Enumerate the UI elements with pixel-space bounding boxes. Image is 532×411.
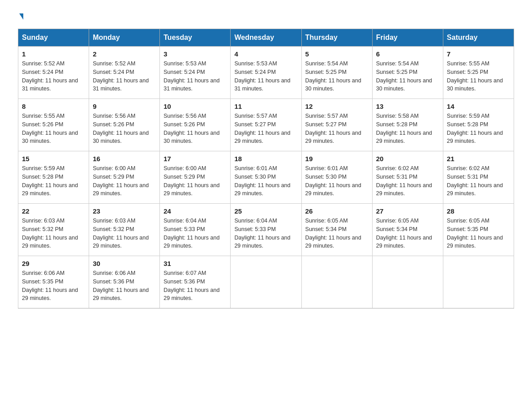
day-info: Sunrise: 6:05 AM Sunset: 5:34 PM Dayligh…: [376, 217, 439, 250]
calendar-cell: [231, 256, 301, 308]
logo: [18, 13, 23, 20]
calendar-cell: 23 Sunrise: 6:03 AM Sunset: 5:32 PM Dayl…: [89, 204, 160, 256]
calendar-cell: 14 Sunrise: 5:59 AM Sunset: 5:28 PM Dayl…: [443, 99, 514, 151]
calendar-week-3: 15 Sunrise: 5:59 AM Sunset: 5:28 PM Dayl…: [18, 151, 514, 204]
calendar-header-row: SundayMondayTuesdayWednesdayThursdayFrid…: [18, 29, 514, 47]
calendar-week-4: 22 Sunrise: 6:03 AM Sunset: 5:32 PM Dayl…: [18, 204, 514, 256]
day-number: 30: [93, 260, 156, 267]
calendar-cell: 15 Sunrise: 5:59 AM Sunset: 5:28 PM Dayl…: [18, 151, 89, 204]
calendar-cell: 30 Sunrise: 6:06 AM Sunset: 5:36 PM Dayl…: [89, 256, 160, 308]
day-info: Sunrise: 5:59 AM Sunset: 5:28 PM Dayligh…: [447, 112, 510, 146]
day-number: 28: [447, 207, 510, 215]
day-number: 2: [93, 50, 156, 58]
day-info: Sunrise: 6:01 AM Sunset: 5:30 PM Dayligh…: [305, 164, 369, 198]
day-info: Sunrise: 6:04 AM Sunset: 5:33 PM Dayligh…: [163, 217, 227, 250]
calendar-cell: 7 Sunrise: 5:55 AM Sunset: 5:25 PM Dayli…: [443, 47, 514, 99]
day-info: Sunrise: 5:58 AM Sunset: 5:28 PM Dayligh…: [376, 112, 439, 146]
calendar-cell: [301, 256, 372, 308]
calendar-cell: 20 Sunrise: 6:02 AM Sunset: 5:31 PM Dayl…: [372, 151, 443, 204]
calendar-week-1: 1 Sunrise: 5:52 AM Sunset: 5:24 PM Dayli…: [18, 47, 514, 99]
day-number: 31: [163, 260, 227, 267]
day-number: 22: [22, 207, 85, 215]
day-number: 9: [93, 103, 156, 110]
day-info: Sunrise: 5:54 AM Sunset: 5:25 PM Dayligh…: [376, 60, 439, 93]
day-number: 5: [305, 50, 369, 58]
day-info: Sunrise: 6:07 AM Sunset: 5:36 PM Dayligh…: [163, 269, 227, 303]
day-number: 1: [22, 50, 85, 58]
day-number: 21: [447, 155, 510, 163]
day-number: 13: [376, 103, 439, 110]
calendar-cell: 8 Sunrise: 5:55 AM Sunset: 5:26 PM Dayli…: [18, 99, 89, 151]
weekday-header-tuesday: Tuesday: [160, 29, 231, 47]
weekday-header-sunday: Sunday: [18, 29, 89, 47]
day-info: Sunrise: 5:55 AM Sunset: 5:26 PM Dayligh…: [22, 112, 85, 146]
day-number: 18: [234, 155, 297, 163]
day-number: 16: [93, 155, 156, 163]
day-info: Sunrise: 6:05 AM Sunset: 5:35 PM Dayligh…: [447, 217, 510, 250]
day-number: 15: [22, 155, 85, 163]
calendar-week-5: 29 Sunrise: 6:06 AM Sunset: 5:35 PM Dayl…: [18, 256, 514, 308]
calendar-cell: 12 Sunrise: 5:57 AM Sunset: 5:27 PM Dayl…: [301, 99, 372, 151]
day-number: 17: [163, 155, 227, 163]
day-number: 8: [22, 103, 85, 110]
day-number: 26: [305, 207, 369, 215]
calendar-cell: 13 Sunrise: 5:58 AM Sunset: 5:28 PM Dayl…: [372, 99, 443, 151]
day-info: Sunrise: 6:00 AM Sunset: 5:29 PM Dayligh…: [163, 164, 227, 198]
weekday-header-friday: Friday: [372, 29, 443, 47]
calendar-cell: 17 Sunrise: 6:00 AM Sunset: 5:29 PM Dayl…: [160, 151, 231, 204]
day-number: 23: [93, 207, 156, 215]
day-number: 4: [234, 50, 297, 58]
calendar-cell: 5 Sunrise: 5:54 AM Sunset: 5:25 PM Dayli…: [301, 47, 372, 99]
page-header: [18, 13, 514, 20]
weekday-header-saturday: Saturday: [443, 29, 514, 47]
day-info: Sunrise: 5:57 AM Sunset: 5:27 PM Dayligh…: [234, 112, 297, 146]
day-number: 7: [447, 50, 510, 58]
day-info: Sunrise: 6:03 AM Sunset: 5:32 PM Dayligh…: [22, 217, 85, 250]
day-info: Sunrise: 6:01 AM Sunset: 5:30 PM Dayligh…: [234, 164, 297, 198]
day-info: Sunrise: 6:05 AM Sunset: 5:34 PM Dayligh…: [305, 217, 369, 250]
weekday-header-thursday: Thursday: [301, 29, 372, 47]
day-number: 19: [305, 155, 369, 163]
day-info: Sunrise: 6:00 AM Sunset: 5:29 PM Dayligh…: [93, 164, 156, 198]
calendar-cell: 28 Sunrise: 6:05 AM Sunset: 5:35 PM Dayl…: [443, 204, 514, 256]
day-number: 27: [376, 207, 439, 215]
calendar-cell: 24 Sunrise: 6:04 AM Sunset: 5:33 PM Dayl…: [160, 204, 231, 256]
day-number: 24: [163, 207, 227, 215]
calendar-cell: 21 Sunrise: 6:02 AM Sunset: 5:31 PM Dayl…: [443, 151, 514, 204]
weekday-header-wednesday: Wednesday: [231, 29, 301, 47]
calendar-cell: 31 Sunrise: 6:07 AM Sunset: 5:36 PM Dayl…: [160, 256, 231, 308]
calendar-cell: 1 Sunrise: 5:52 AM Sunset: 5:24 PM Dayli…: [18, 47, 89, 99]
calendar-cell: 27 Sunrise: 6:05 AM Sunset: 5:34 PM Dayl…: [372, 204, 443, 256]
calendar-cell: 10 Sunrise: 5:56 AM Sunset: 5:26 PM Dayl…: [160, 99, 231, 151]
day-info: Sunrise: 5:56 AM Sunset: 5:26 PM Dayligh…: [93, 112, 156, 146]
calendar-cell: 18 Sunrise: 6:01 AM Sunset: 5:30 PM Dayl…: [231, 151, 301, 204]
day-number: 11: [234, 103, 297, 110]
calendar-cell: 6 Sunrise: 5:54 AM Sunset: 5:25 PM Dayli…: [372, 47, 443, 99]
day-number: 10: [163, 103, 227, 110]
day-number: 29: [22, 260, 85, 267]
calendar-cell: 9 Sunrise: 5:56 AM Sunset: 5:26 PM Dayli…: [89, 99, 160, 151]
day-info: Sunrise: 5:57 AM Sunset: 5:27 PM Dayligh…: [305, 112, 369, 146]
calendar-cell: 19 Sunrise: 6:01 AM Sunset: 5:30 PM Dayl…: [301, 151, 372, 204]
calendar-cell: 2 Sunrise: 5:52 AM Sunset: 5:24 PM Dayli…: [89, 47, 160, 99]
day-info: Sunrise: 5:52 AM Sunset: 5:24 PM Dayligh…: [93, 60, 156, 93]
day-number: 12: [305, 103, 369, 110]
day-info: Sunrise: 6:06 AM Sunset: 5:35 PM Dayligh…: [22, 269, 85, 303]
day-info: Sunrise: 6:03 AM Sunset: 5:32 PM Dayligh…: [93, 217, 156, 250]
weekday-header-monday: Monday: [89, 29, 160, 47]
calendar-cell: [443, 256, 514, 308]
calendar-cell: 4 Sunrise: 5:53 AM Sunset: 5:24 PM Dayli…: [231, 47, 301, 99]
day-info: Sunrise: 5:53 AM Sunset: 5:24 PM Dayligh…: [163, 60, 227, 93]
calendar-cell: 25 Sunrise: 6:04 AM Sunset: 5:33 PM Dayl…: [231, 204, 301, 256]
logo-triangle-icon: [19, 13, 23, 20]
day-info: Sunrise: 5:59 AM Sunset: 5:28 PM Dayligh…: [22, 164, 85, 198]
day-number: 25: [234, 207, 297, 215]
calendar-table: SundayMondayTuesdayWednesdayThursdayFrid…: [18, 29, 514, 308]
day-number: 6: [376, 50, 439, 58]
calendar-cell: 26 Sunrise: 6:05 AM Sunset: 5:34 PM Dayl…: [301, 204, 372, 256]
day-number: 14: [447, 103, 510, 110]
day-info: Sunrise: 6:06 AM Sunset: 5:36 PM Dayligh…: [93, 269, 156, 303]
day-info: Sunrise: 5:53 AM Sunset: 5:24 PM Dayligh…: [234, 60, 297, 93]
day-number: 20: [376, 155, 439, 163]
day-info: Sunrise: 5:55 AM Sunset: 5:25 PM Dayligh…: [447, 60, 510, 93]
